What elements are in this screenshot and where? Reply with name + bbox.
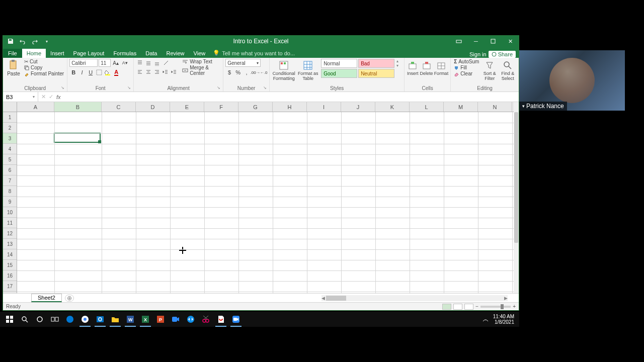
italic-button[interactable]: I — [78, 68, 86, 76]
scroll-right-icon[interactable]: ▶ — [504, 296, 508, 301]
row-header[interactable]: 10 — [3, 207, 17, 218]
font-color-icon[interactable]: A — [112, 68, 120, 76]
vertical-scroll-thumb[interactable] — [514, 112, 518, 243]
row-header[interactable]: 4 — [3, 144, 17, 154]
qat-dropdown-icon[interactable]: ▾ — [43, 38, 50, 45]
tellme-search[interactable]: 💡 Tell me what you want to do... — [210, 48, 298, 58]
font-name-combo[interactable]: Calibri — [69, 59, 98, 67]
align-middle-icon[interactable] — [144, 59, 152, 67]
enter-formula-icon[interactable]: ✓ — [49, 94, 53, 100]
decrease-decimal-icon[interactable]: ←.0 — [260, 68, 268, 76]
scroll-left-icon[interactable]: ◀ — [321, 296, 325, 301]
cell-style-good[interactable]: Good — [321, 69, 357, 78]
column-header[interactable]: B — [54, 102, 102, 112]
redo-icon[interactable] — [31, 38, 38, 45]
increase-font-icon[interactable]: A▴ — [112, 59, 120, 67]
percent-format-icon[interactable]: % — [234, 68, 242, 76]
tab-insert[interactable]: Insert — [46, 49, 69, 58]
increase-indent-icon[interactable] — [170, 68, 178, 76]
tab-file[interactable]: File — [3, 49, 22, 58]
autosum-button[interactable]: ΣAutoSum — [453, 59, 480, 64]
tab-view[interactable]: View — [189, 49, 210, 58]
column-header[interactable]: L — [410, 102, 444, 112]
increase-decimal-icon[interactable]: .00→ — [251, 68, 259, 76]
decrease-font-icon[interactable]: A▾ — [121, 59, 129, 67]
font-size-combo[interactable]: 11 — [99, 59, 111, 67]
cut-button[interactable]: ✂Cut — [23, 59, 65, 64]
row-header[interactable]: 16 — [3, 270, 17, 281]
word-icon[interactable]: W — [123, 312, 138, 327]
start-button[interactable] — [2, 312, 17, 327]
minimize-button[interactable]: ─ — [467, 36, 485, 47]
snipping-tool-icon[interactable] — [198, 312, 213, 327]
fill-button[interactable]: Fill — [453, 65, 480, 70]
column-header[interactable]: M — [444, 102, 478, 112]
teamviewer-icon[interactable] — [183, 312, 198, 327]
ribbon-display-icon[interactable] — [450, 36, 467, 47]
row-header[interactable]: 9 — [3, 197, 17, 207]
row-header[interactable]: 15 — [3, 260, 17, 270]
accounting-format-icon[interactable]: $ — [225, 68, 233, 76]
select-all-triangle[interactable] — [3, 102, 17, 112]
styles-gallery-more-icon[interactable]: ▴▾ — [395, 59, 399, 68]
underline-button[interactable]: U — [87, 68, 95, 76]
row-header[interactable]: 1 — [3, 112, 17, 123]
horizontal-scroll-thumb[interactable] — [326, 296, 346, 301]
share-button[interactable]: Share — [489, 51, 516, 58]
cells-viewport[interactable] — [17, 112, 514, 293]
tab-data[interactable]: Data — [141, 49, 162, 58]
font-dialog-launcher-icon[interactable]: ↘ — [127, 85, 132, 90]
cell-style-bad[interactable]: Bad — [358, 59, 394, 68]
delete-cells-button[interactable]: Delete — [420, 59, 433, 77]
tab-review[interactable]: Review — [162, 49, 189, 58]
save-icon[interactable] — [7, 38, 14, 45]
column-header[interactable]: H — [273, 102, 307, 112]
close-button[interactable]: ✕ — [502, 36, 519, 47]
orientation-icon[interactable] — [162, 59, 172, 67]
column-header[interactable]: K — [375, 102, 410, 112]
horizontal-scrollbar[interactable]: ◀ ▶ — [321, 295, 508, 301]
powerpoint-icon[interactable]: P — [153, 312, 168, 327]
excel-icon[interactable]: X — [138, 312, 153, 327]
comma-format-icon[interactable]: , — [243, 68, 251, 76]
sort-filter-button[interactable]: Sort & Filter — [481, 59, 498, 82]
acrobat-icon[interactable] — [213, 312, 228, 327]
row-header[interactable]: 12 — [3, 228, 17, 239]
new-sheet-button[interactable]: ⊕ — [65, 295, 74, 302]
file-explorer-icon[interactable] — [108, 312, 123, 327]
find-select-button[interactable]: Find & Select — [499, 59, 516, 82]
format-as-table-button[interactable]: Format as Table — [297, 59, 319, 82]
column-header[interactable]: E — [170, 102, 204, 112]
clipboard-dialog-launcher-icon[interactable]: ↘ — [61, 85, 66, 90]
number-format-combo[interactable]: General▾ — [225, 59, 261, 67]
row-header[interactable]: 11 — [3, 218, 17, 228]
zoom-app-icon[interactable] — [228, 312, 244, 327]
row-header[interactable]: 14 — [3, 249, 17, 260]
zoom-in-icon[interactable]: + — [513, 304, 516, 309]
align-top-icon[interactable] — [136, 59, 144, 67]
format-cells-button[interactable]: Format — [434, 59, 449, 77]
row-header[interactable]: 7 — [3, 175, 17, 186]
edge-icon[interactable] — [62, 312, 77, 327]
fill-color-icon[interactable] — [104, 68, 112, 76]
column-header[interactable]: C — [102, 102, 136, 112]
row-header[interactable]: 3 — [3, 133, 17, 144]
tab-pagelayout[interactable]: Page Layout — [69, 49, 109, 58]
cancel-formula-icon[interactable]: ✕ — [41, 94, 46, 100]
tray-network-icon[interactable] — [482, 316, 489, 322]
column-header[interactable]: F — [204, 102, 238, 112]
pagelayout-view-icon[interactable] — [453, 304, 462, 310]
spreadsheet-grid[interactable]: ABCDEFGHIJKLMN 1234567891011121314151617 — [3, 102, 519, 293]
zoom-thumb[interactable] — [501, 304, 504, 309]
signin-link[interactable]: Sign in — [469, 51, 487, 57]
zoom-slider[interactable] — [480, 306, 511, 308]
column-header[interactable]: I — [307, 102, 341, 112]
active-cell[interactable] — [54, 133, 101, 143]
borders-icon[interactable] — [95, 68, 103, 76]
zoom-out-icon[interactable]: − — [475, 304, 478, 309]
cell-style-neutral[interactable]: Neutral — [358, 69, 394, 78]
normal-view-icon[interactable] — [442, 304, 451, 310]
align-center-icon[interactable] — [144, 68, 152, 76]
column-header[interactable]: J — [341, 102, 375, 112]
cortana-icon[interactable] — [32, 312, 47, 327]
